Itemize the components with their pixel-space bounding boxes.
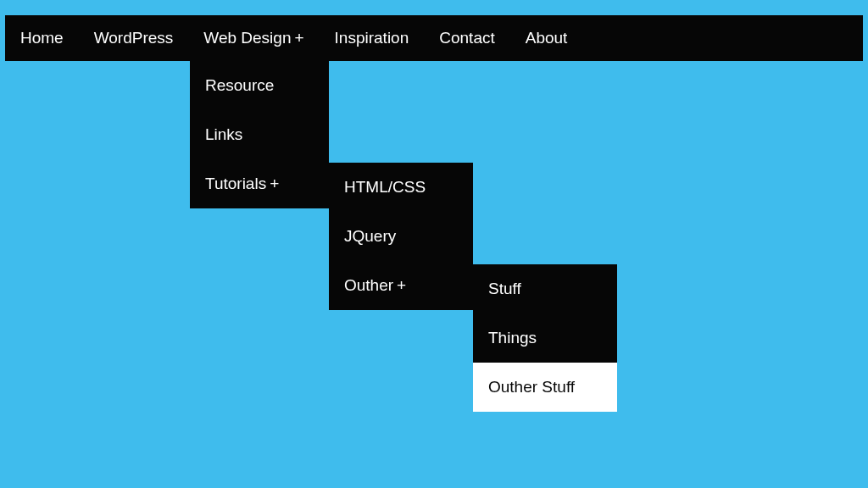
dropdown-item-outher-stuff[interactable]: Outher Stuff [473, 363, 617, 412]
dropdown-label: Tutorials [205, 175, 266, 192]
dropdown-item-tutorials[interactable]: Tutorials+ [190, 159, 329, 208]
nav-item-inspiration[interactable]: Inspiration [320, 15, 425, 61]
nav-label: WordPress [94, 29, 174, 47]
nav-label: Contact [439, 29, 494, 47]
dropdown-label: Resource [205, 76, 274, 94]
dropdown-item-resource[interactable]: Resource [190, 61, 329, 110]
dropdown-item-jquery[interactable]: JQuery [329, 212, 473, 261]
dropdown-label: Outher Stuff [488, 378, 575, 396]
dropdown-item-links[interactable]: Links [190, 110, 329, 159]
dropdown-item-outher[interactable]: Outher+ [329, 261, 473, 310]
dropdown-item-stuff[interactable]: Stuff [473, 264, 617, 313]
dropdown-label: HTML/CSS [344, 178, 426, 196]
nav-label: Web Design [203, 29, 291, 47]
chevron-right-icon: + [397, 276, 406, 294]
dropdown-item-things[interactable]: Things [473, 313, 617, 363]
dropdown-tutorials: HTML/CSS JQuery Outher+ [329, 163, 473, 310]
chevron-right-icon: + [270, 175, 279, 192]
nav-label: Inspiration [335, 29, 409, 47]
nav-item-about[interactable]: About [510, 15, 583, 61]
nav-item-contact[interactable]: Contact [424, 15, 509, 61]
chevron-down-icon: + [294, 29, 303, 47]
nav-label: About [526, 29, 568, 47]
dropdown-web-design: Resource Links Tutorials+ [190, 61, 329, 208]
nav-item-web-design[interactable]: Web Design+ [188, 15, 319, 61]
dropdown-item-html-css[interactable]: HTML/CSS [329, 163, 473, 212]
dropdown-label: Links [205, 125, 242, 143]
dropdown-label: JQuery [344, 227, 396, 245]
dropdown-label: Outher [344, 276, 393, 294]
dropdown-label: Things [488, 329, 537, 347]
nav-item-home[interactable]: Home [5, 15, 79, 61]
nav-item-wordpress[interactable]: WordPress [79, 15, 189, 61]
dropdown-outher: Stuff Things Outher Stuff [473, 264, 617, 412]
nav-label: Home [20, 29, 64, 47]
main-navbar: Home WordPress Web Design+ Inspiration C… [5, 15, 863, 61]
dropdown-label: Stuff [488, 280, 521, 297]
